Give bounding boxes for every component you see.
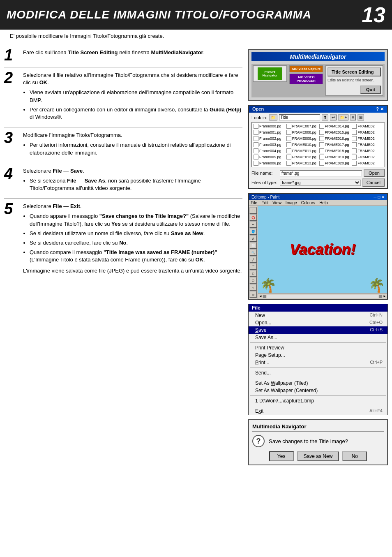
file-item[interactable]: FRAME011.pg [286, 148, 318, 154]
file-item[interactable]: FRAME007.pg [286, 123, 318, 129]
step-1-text: Fare clic sull'icona Title Screen Editin… [23, 49, 242, 56]
file-item[interactable]: FRAME015.pg [318, 129, 351, 135]
yes-button[interactable]: Yes [269, 451, 294, 461]
text-tool[interactable]: A [249, 235, 257, 242]
menu-view[interactable]: View [272, 201, 281, 205]
file-item[interactable]: FRAME013.pg [286, 160, 318, 166]
file-item[interactable]: FRAME02 [351, 148, 383, 154]
quit-btn[interactable]: Quit [360, 86, 381, 94]
file-item[interactable]: FRAME017.pg [318, 142, 351, 148]
filename-input[interactable] [280, 170, 362, 176]
menu-item-new[interactable]: New Ctrl+N [249, 312, 387, 319]
no-button[interactable]: No [342, 451, 367, 461]
file-item[interactable]: FRAME02 [351, 160, 383, 166]
step-2-content: Selezionare il file relativo all'Immagin… [23, 72, 242, 123]
step-2-bullet-2: Per creare un collegamento con un editor… [30, 106, 242, 121]
file-item[interactable]: Frame005.pg [253, 154, 285, 160]
menu-item-print-preview[interactable]: Print Preview [249, 344, 387, 351]
menu-edit[interactable]: Edit [261, 201, 268, 205]
file-item[interactable]: Frame002.pg [253, 136, 285, 141]
menu-item-wallpaper-tiled[interactable]: Set As Wallpaper (Tiled) [249, 379, 387, 387]
mmn-title: MultiMediaNavigator [290, 53, 346, 60]
menu-help[interactable]: Help [319, 201, 328, 205]
open-dialog-body: Look in: 📁 ⬆ ↩ 📁+ ≡ ⊞ Frame000.pg FRAME0… [249, 113, 387, 188]
fill-tool[interactable]: 🪣 [249, 228, 257, 235]
menu-item-wallpaper-centered[interactable]: Set As Wallpaper (Centered) [249, 387, 387, 394]
rounded-rect-tool[interactable]: ▭ [249, 291, 257, 298]
file-item[interactable]: Frame003.pg [253, 142, 285, 148]
video-producer-icon[interactable]: AiO VIDEO PRODUCER [289, 74, 323, 84]
file-menu-header: File [249, 304, 387, 312]
menu-colours[interactable]: Colours [301, 201, 315, 205]
up-btn[interactable]: ⬆ [322, 114, 328, 120]
file-item[interactable]: FRAME008.pg [286, 129, 318, 135]
paint-canvas: 🌴 Vacation! 🌴 [258, 206, 387, 293]
file-item[interactable]: FRAME02 [351, 136, 383, 141]
folder-icon: 📁 [269, 114, 277, 120]
file-type-row: Files of type: frame*.jpg Cancel [251, 178, 385, 187]
step-5: 5 Selezionare File — Exit. Quando appare… [4, 203, 242, 281]
menu-image[interactable]: Image [286, 201, 297, 205]
zoom-tool[interactable]: 🔍 [249, 249, 257, 256]
cancel-button[interactable]: Cancel [362, 178, 385, 187]
menu-item-print[interactable]: Print... Ctrl+P [249, 359, 387, 366]
page-number: 13 [362, 4, 385, 25]
file-item[interactable]: Frame006.pg [253, 160, 285, 166]
menu-item-save[interactable]: Save Ctrl+S [249, 326, 387, 334]
file-item[interactable]: Frame001.pg [253, 129, 285, 135]
menu-item-recent[interactable]: 1 D:\Work\...\capture1.bmp [249, 397, 387, 404]
title-screen-editing-btn[interactable]: Title Screen Editing [327, 67, 381, 76]
scroll-left[interactable]: ◄ [259, 294, 262, 298]
file-item[interactable]: FRAME019.pg [318, 154, 351, 160]
file-item[interactable]: FRAME02 [351, 129, 383, 135]
file-item[interactable]: FRAME010.pg [286, 142, 318, 148]
step-5-text: Selezionare File — Exit. [23, 203, 242, 210]
file-item[interactable]: FRAME020.pg [318, 160, 351, 166]
new-folder-btn[interactable]: 📁+ [338, 114, 349, 120]
rect-tool[interactable]: □ [249, 270, 257, 277]
menu-item-open[interactable]: Open... Ctrl+O [249, 319, 387, 326]
file-item[interactable]: FRAME02 [351, 123, 383, 129]
curve-tool[interactable]: ⌒ [249, 263, 257, 270]
step-4-bullets: Se si seleziona File — Save As, non sarà… [30, 177, 242, 192]
mmn-title-bar: MultiMediaNavigator [251, 52, 385, 61]
file-item[interactable]: FRAME016.pg [318, 136, 351, 141]
file-item[interactable]: FRAME009.pg [286, 136, 318, 141]
open-button[interactable]: Open [364, 169, 385, 177]
menu-item-exit[interactable]: Exit Alt+F4 [249, 407, 387, 415]
save-label: Save [255, 327, 266, 333]
file-item[interactable]: FRAME012.pg [286, 154, 318, 160]
paint-scrollbar[interactable]: ◄ ► [258, 293, 387, 299]
poly-tool[interactable]: ⬡ [249, 277, 257, 284]
line-tool[interactable]: ╱ [249, 256, 257, 263]
file-item[interactable]: Frame004.pg [253, 148, 285, 154]
separator-1 [250, 342, 386, 343]
oval-tool[interactable]: ○ [249, 284, 257, 291]
select-tool[interactable]: ⬚ [249, 207, 257, 214]
picture-navigator-icon[interactable]: Picture Navigator [253, 65, 287, 82]
menu-item-saveas[interactable]: Save As... [249, 334, 387, 341]
pencil-tool[interactable]: ✏ [249, 221, 257, 228]
filetype-select[interactable]: frame*.jpg [280, 180, 361, 186]
menu-file[interactable]: File [251, 201, 257, 205]
back-btn[interactable]: ↩ [330, 114, 337, 120]
file-item[interactable]: FRAME018.pg [318, 148, 351, 154]
view-detail-btn[interactable]: ⊞ [357, 114, 364, 120]
file-item[interactable]: FRAME02 [351, 154, 383, 160]
separator-5 [250, 406, 386, 406]
menu-item-page-setup[interactable]: Page Setup... [249, 351, 387, 359]
file-item[interactable]: FRAME014.pg [318, 123, 351, 129]
lasso-tool[interactable]: ⭕ [249, 214, 257, 221]
video-capture-icon[interactable]: AiO Video Capture [289, 65, 323, 72]
scroll-right[interactable]: ► [383, 294, 386, 298]
look-in-input[interactable] [279, 114, 320, 120]
step-3: 3 Modificare l'Immagine Titolo/Fotogramm… [4, 132, 242, 163]
step-3-number: 3 [4, 130, 20, 159]
save-as-new-button[interactable]: Save as New [297, 451, 339, 461]
file-menu-panel: File New Ctrl+N Open... Ctrl+O Save Ctrl… [248, 304, 388, 415]
file-item[interactable]: Frame000.pg [253, 123, 285, 129]
view-list-btn[interactable]: ≡ [350, 114, 356, 120]
menu-item-send[interactable]: Send... [249, 369, 387, 377]
eraser-tool[interactable]: ⬜ [249, 242, 257, 249]
file-item[interactable]: FRAME02 [351, 142, 383, 148]
